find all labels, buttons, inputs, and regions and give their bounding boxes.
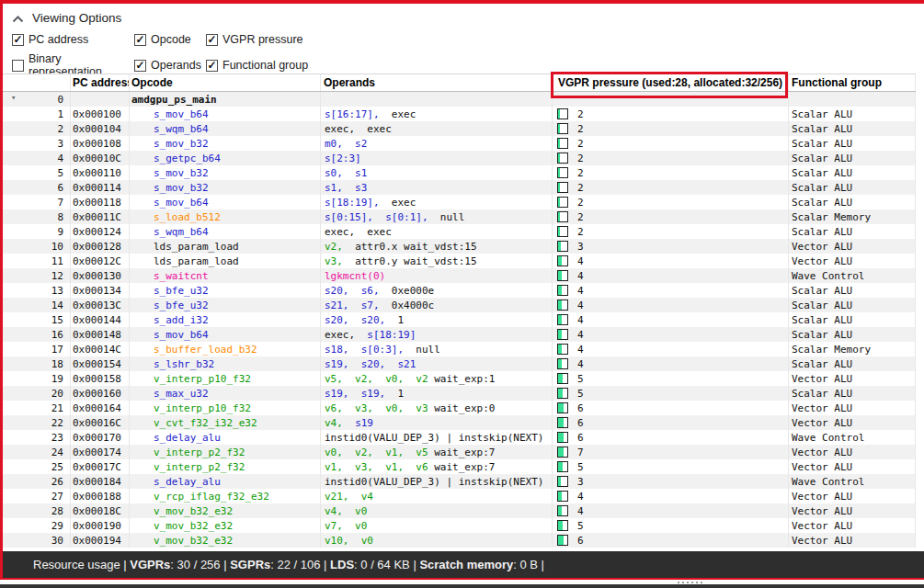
instruction-row[interactable]: 290x000190v_mov_b32_e32v7, v05Vector ALU xyxy=(3,518,916,533)
pc-address-cell: 0x00013C xyxy=(71,298,130,312)
row-number-cell: 3 xyxy=(3,136,71,151)
operand-token: s18, s[0:3], xyxy=(325,344,416,356)
vgpr-pressure-bar xyxy=(557,520,568,531)
checkbox-opcode[interactable]: ✓Opcode xyxy=(134,33,206,46)
instruction-row[interactable]: 20x000104s_wqm_b64exec, exec2Scalar ALU xyxy=(3,121,916,136)
row-number: 14 xyxy=(51,300,63,311)
column-header-opcode[interactable]: Opcode xyxy=(130,74,321,91)
instruction-row[interactable]: 200x000160s_max_u32s19, s19, 15Scalar AL… xyxy=(3,386,916,401)
instruction-row[interactable]: 140x00013Cs_bfe_u32s21, s7, 0x4000c4Scal… xyxy=(3,298,916,312)
instruction-row[interactable]: 260x000184s_delay_aluinstid0(VALU_DEP_3)… xyxy=(3,474,916,489)
function-row[interactable]: ▾0amdgpu_ps_main xyxy=(3,92,916,107)
vgpr-pressure-cell xyxy=(553,92,789,107)
row-number-cell: 8 xyxy=(3,209,71,224)
opcode-text: v_rcp_iflag_f32_e32 xyxy=(154,491,269,503)
instruction-row[interactable]: 130x000134s_bfe_u32s20, s6, 0xe000e4Scal… xyxy=(3,283,916,298)
checkbox-box-pc-address[interactable]: ✓ xyxy=(12,34,24,46)
instruction-row[interactable]: 90x000124s_wqm_b64exec, exec2Scalar ALU xyxy=(3,224,916,239)
vgpr-pressure-fill xyxy=(558,506,562,515)
column-header-operands[interactable]: Operands xyxy=(321,74,553,91)
instruction-row[interactable]: 300x000194v_mov_b32_e32v10, v06Vector AL… xyxy=(3,533,916,548)
vgpr-pressure-value: 2 xyxy=(577,153,584,164)
instruction-row[interactable]: 170x00014Cs_buffer_load_b32s18, s[0:3], … xyxy=(3,342,916,356)
vgpr-pressure-cell: 2 xyxy=(553,151,789,165)
operands-cell: exec, exec xyxy=(321,121,553,136)
opcode-text: s_getpc_b64 xyxy=(154,153,221,164)
instruction-row[interactable]: 70x000118s_mov_b64s[18:19], exec2Scalar … xyxy=(3,195,916,209)
column-header-pc-address[interactable]: PC address xyxy=(71,74,130,91)
operand-token: instid0(VALU_DEP_3) | instskip(NEXT) xyxy=(325,476,543,488)
instruction-row[interactable]: 100x000128lds_param_loadv2, attr0.x wait… xyxy=(3,239,916,254)
instruction-row[interactable]: 40x00010Cs_getpc_b64s[2:3]2Scalar ALU xyxy=(3,151,916,165)
vgpr-pressure-cell: 6 xyxy=(553,401,789,415)
instruction-row[interactable]: 270x000188v_rcp_iflag_f32_e32v21, v44Vec… xyxy=(3,489,916,503)
instruction-row[interactable]: 230x000170s_delay_aluinstid0(VALU_DEP_3)… xyxy=(3,430,916,445)
operand-token: m0, s2 xyxy=(325,138,367,150)
instruction-row[interactable]: 110x00012Clds_param_loadv3, attr0.y wait… xyxy=(3,254,916,268)
instruction-row[interactable]: 160x000148s_mov_b64exec, s[18:19]4Scalar… xyxy=(3,327,916,342)
operand-token: null xyxy=(416,344,440,356)
functional-group-cell: Scalar Memory xyxy=(789,342,916,356)
checkbox-pc-address[interactable]: ✓PC address xyxy=(12,33,134,46)
pc-address-cell: 0x000164 xyxy=(71,401,130,415)
instruction-row[interactable]: 220x00016Cv_cvt_f32_i32_e32v4, s196Vecto… xyxy=(3,415,916,430)
instruction-row[interactable]: 150x000144s_add_i32s20, s20, 14Scalar AL… xyxy=(3,312,916,327)
instruction-row[interactable]: 80x00011Cs_load_b512s[0:15], s[0:1], nul… xyxy=(3,209,916,224)
collapse-triangle-icon[interactable]: ▾ xyxy=(11,93,16,102)
functional-group-cell: Vector ALU xyxy=(789,371,916,386)
instruction-row[interactable]: 60x000114s_mov_b32s1, s32Scalar ALU xyxy=(3,180,916,195)
instruction-row[interactable]: 50x000110s_mov_b32s0, s12Scalar ALU xyxy=(3,165,916,180)
opcode-cell: s_mov_b32 xyxy=(130,165,321,180)
opcode-cell: v_mov_b32_e32 xyxy=(130,533,321,548)
row-number: 18 xyxy=(51,358,63,370)
instruction-row[interactable]: 240x000174v_interp_p2_f32v0, v2, v1, v5 … xyxy=(3,445,916,459)
operands-cell: exec, s[18:19] xyxy=(321,327,553,342)
splitter-grip[interactable] xyxy=(678,582,702,583)
checkbox-box-vgpr-pressure[interactable]: ✓ xyxy=(206,34,218,46)
vgpr-pressure-bar xyxy=(557,535,568,546)
checkbox-box-operands[interactable]: ✓ xyxy=(134,60,146,72)
column-header-functional-group[interactable]: Functional group xyxy=(789,74,916,91)
vgpr-pressure-cell: 4 xyxy=(553,268,789,283)
checkbox-box-binary-representation[interactable] xyxy=(12,60,24,72)
row-number-cell: 16 xyxy=(3,327,71,342)
instruction-row[interactable]: 210x000164v_interp_p10_f32v6, v3, v0, v3… xyxy=(3,401,916,415)
operand-token: s[2:3] xyxy=(325,153,361,164)
vgpr-pressure-value: 4 xyxy=(577,505,584,517)
operands-cell: v7, v0 xyxy=(321,518,553,533)
instruction-row[interactable]: 190x000158v_interp_p10_f32v5, v2, v0, v2… xyxy=(3,371,916,386)
row-number: 5 xyxy=(57,167,63,179)
column-header-vgpr-pressure[interactable]: VGPR pressure (used:28, allocated:32/256… xyxy=(553,74,789,91)
checkbox-box-functional-group[interactable]: ✓ xyxy=(206,60,218,72)
vgpr-pressure-fill xyxy=(558,315,562,324)
vgpr-pressure-value: 2 xyxy=(577,123,584,135)
instruction-row[interactable]: 30x000108s_mov_b32m0, s22Scalar ALU xyxy=(3,136,916,151)
functional-group-cell: Vector ALU xyxy=(789,533,916,548)
status-segment: LDS xyxy=(330,558,354,571)
vgpr-pressure-cell: 6 xyxy=(553,533,789,548)
checkbox-box-opcode[interactable]: ✓ xyxy=(134,34,146,46)
operand-token: null xyxy=(440,211,465,223)
instruction-row[interactable]: 120x000130s_waitcntlgkmcnt(0)4Wave Contr… xyxy=(3,268,916,283)
vgpr-pressure-cell: 5 xyxy=(553,371,789,386)
pc-address-cell: 0x00011C xyxy=(71,209,130,224)
row-number-cell: 24 xyxy=(3,445,71,459)
operands-cell: s[0:15], s[0:1], null xyxy=(321,209,553,224)
instruction-row[interactable]: 280x00018Cv_mov_b32_e32v4, v04Vector ALU xyxy=(3,503,916,518)
operand-token: exec xyxy=(392,197,416,209)
instruction-row[interactable]: 180x000154s_lshr_b32s19, s20, s214Scalar… xyxy=(3,356,916,371)
vgpr-pressure-value: 6 xyxy=(577,535,584,547)
row-number-cell: 7 xyxy=(3,195,71,209)
instruction-row[interactable]: 250x00017Cv_interp_p2_f32v1, v3, v1, v6 … xyxy=(3,459,916,474)
vgpr-pressure-fill xyxy=(558,359,562,368)
opcode-text: s_mov_b32 xyxy=(154,182,209,194)
viewing-options-header[interactable]: Viewing Options xyxy=(12,11,924,25)
vgpr-pressure-fill xyxy=(558,418,564,427)
operands-cell: v4, v0 xyxy=(321,503,553,518)
checkbox-vgpr-pressure[interactable]: ✓VGPR pressure xyxy=(206,33,308,46)
vgpr-pressure-bar xyxy=(557,402,568,413)
operands-cell: s20, s6, 0xe000e xyxy=(321,283,553,298)
instruction-row[interactable]: 10x000100s_mov_b64s[16:17], exec2Scalar … xyxy=(3,107,916,121)
status-segment: : 22 / 106 | xyxy=(270,558,330,571)
operands-cell: instid0(VALU_DEP_3) | instskip(NEXT) xyxy=(321,430,553,445)
